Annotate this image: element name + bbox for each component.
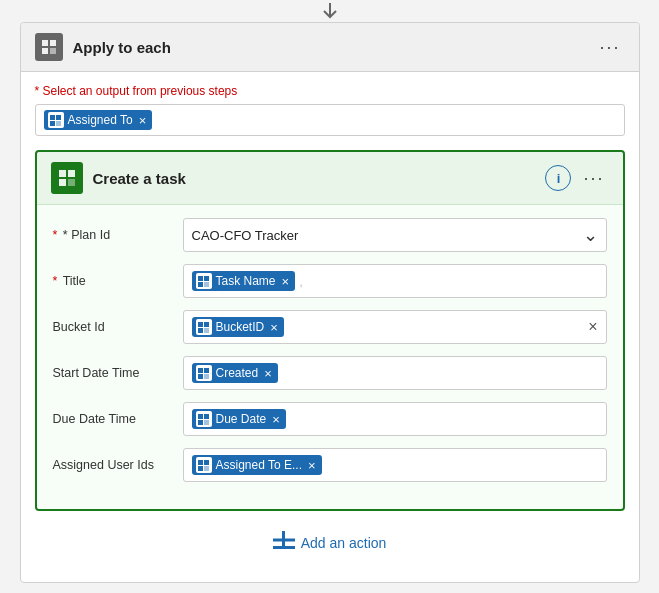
create-task-header: Create a task i ···: [37, 152, 623, 205]
assigned-to-e-token-label: Assigned To E...: [216, 458, 303, 472]
add-action-area[interactable]: Add an action: [35, 511, 625, 564]
create-task-body: * * Plan Id CAO-CFO Tracker ⌄ * Title: [37, 205, 623, 509]
create-task-card: Create a task i ··· * * Plan Id CAO-CFO …: [35, 150, 625, 511]
plan-id-label: * * Plan Id: [53, 228, 183, 242]
title-row: * Title: [53, 263, 607, 299]
assigned-user-row: Assigned User Ids: [53, 447, 607, 483]
svg-rect-5: [56, 115, 61, 120]
svg-rect-11: [68, 179, 75, 186]
plan-id-star: *: [53, 228, 58, 242]
task-name-token: Task Name ×: [192, 271, 296, 291]
bucket-id-label: Bucket Id: [53, 320, 183, 334]
svg-rect-13: [204, 276, 209, 281]
title-star: *: [53, 274, 58, 288]
created-token: Created ×: [192, 363, 278, 383]
plan-id-dropdown[interactable]: CAO-CFO Tracker ⌄: [183, 218, 607, 252]
assigned-to-e-token-icon: [196, 457, 212, 473]
svg-rect-23: [204, 374, 209, 379]
assigned-user-label: Assigned User Ids: [53, 458, 183, 472]
title-input[interactable]: Task Name × ,: [183, 264, 607, 298]
svg-rect-34: [273, 546, 295, 549]
assigned-to-e-token: Assigned To E... ×: [192, 455, 322, 475]
svg-rect-22: [198, 374, 203, 379]
bucket-id-token-icon: [196, 319, 212, 335]
svg-rect-29: [204, 460, 209, 465]
svg-rect-26: [198, 420, 203, 425]
assigned-to-e-token-close[interactable]: ×: [308, 459, 316, 472]
apply-each-icon: [35, 33, 63, 61]
plan-id-row: * * Plan Id CAO-CFO Tracker ⌄: [53, 217, 607, 253]
due-date-token-close[interactable]: ×: [272, 413, 280, 426]
title-label: * Title: [53, 274, 183, 288]
svg-rect-20: [198, 368, 203, 373]
task-name-token-icon: [196, 273, 212, 289]
created-token-close[interactable]: ×: [264, 367, 272, 380]
due-date-input[interactable]: Due Date ×: [183, 402, 607, 436]
svg-rect-27: [204, 420, 209, 425]
apply-each-card: Apply to each ··· * Select an output fro…: [20, 22, 640, 583]
bucket-id-token-label: BucketID: [216, 320, 265, 334]
due-date-row: Due Date Time: [53, 401, 607, 437]
apply-each-menu[interactable]: ···: [595, 35, 624, 60]
svg-rect-15: [204, 282, 209, 287]
svg-rect-17: [204, 322, 209, 327]
bucket-id-clear[interactable]: ×: [588, 318, 597, 336]
apply-each-body: * Select an output from previous steps A…: [21, 72, 639, 582]
task-name-token-close[interactable]: ×: [282, 275, 290, 288]
svg-rect-0: [42, 40, 48, 46]
bucket-id-input[interactable]: BucketID × ×: [183, 310, 607, 344]
plan-id-arrow: ⌄: [583, 224, 598, 246]
svg-rect-18: [198, 328, 203, 333]
assigned-user-input[interactable]: Assigned To E... ×: [183, 448, 607, 482]
create-task-menu[interactable]: ···: [579, 166, 608, 191]
token-icon: [48, 112, 64, 128]
start-date-input[interactable]: Created ×: [183, 356, 607, 390]
create-task-icon: [51, 162, 83, 194]
svg-rect-3: [50, 48, 56, 54]
created-token-icon: [196, 365, 212, 381]
svg-rect-6: [50, 121, 55, 126]
svg-rect-10: [59, 179, 66, 186]
svg-rect-16: [198, 322, 203, 327]
add-action-icon: [273, 531, 295, 554]
flow-arrow: [320, 0, 340, 20]
svg-rect-19: [204, 328, 209, 333]
due-date-label: Due Date Time: [53, 412, 183, 426]
info-button[interactable]: i: [545, 165, 571, 191]
assigned-to-token-label: Assigned To: [68, 113, 133, 127]
svg-rect-31: [204, 466, 209, 471]
assigned-to-token-close[interactable]: ×: [139, 114, 147, 127]
created-token-label: Created: [216, 366, 259, 380]
assigned-to-token: Assigned To ×: [44, 110, 153, 130]
svg-rect-8: [59, 170, 66, 177]
due-date-token-label: Due Date: [216, 412, 267, 426]
svg-rect-24: [198, 414, 203, 419]
select-output-label: * Select an output from previous steps: [35, 84, 625, 98]
task-name-token-label: Task Name: [216, 274, 276, 288]
svg-rect-14: [198, 282, 203, 287]
due-date-token: Due Date ×: [192, 409, 286, 429]
bucket-id-token-close[interactable]: ×: [270, 321, 278, 334]
plan-id-value: CAO-CFO Tracker: [192, 228, 299, 243]
start-date-row: Start Date Time: [53, 355, 607, 391]
svg-rect-25: [204, 414, 209, 419]
svg-rect-33: [273, 539, 295, 542]
add-action-label: Add an action: [301, 535, 387, 551]
svg-rect-2: [42, 48, 48, 54]
svg-rect-9: [68, 170, 75, 177]
svg-rect-30: [198, 466, 203, 471]
svg-rect-21: [204, 368, 209, 373]
output-token-input[interactable]: Assigned To ×: [35, 104, 625, 136]
bucket-id-row: Bucket Id: [53, 309, 607, 345]
svg-rect-4: [50, 115, 55, 120]
apply-each-title: Apply to each: [73, 39, 596, 56]
due-date-token-icon: [196, 411, 212, 427]
start-date-label: Start Date Time: [53, 366, 183, 380]
outer-container: Apply to each ··· * Select an output fro…: [0, 0, 659, 593]
svg-rect-12: [198, 276, 203, 281]
bucket-id-token: BucketID ×: [192, 317, 284, 337]
svg-rect-7: [56, 121, 61, 126]
svg-rect-1: [50, 40, 56, 46]
apply-each-header: Apply to each ···: [21, 23, 639, 72]
svg-rect-28: [198, 460, 203, 465]
